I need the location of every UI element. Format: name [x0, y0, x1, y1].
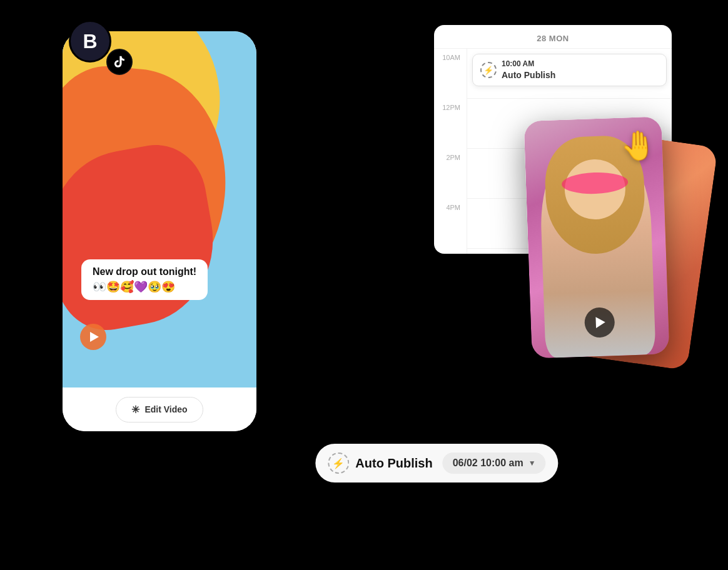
phone-content: New drop out tonight! 👀🤩🥰💜🥹😍	[63, 31, 256, 388]
card-play-triangle-icon	[595, 317, 605, 329]
play-button[interactable]	[80, 324, 106, 350]
play-triangle-icon	[90, 332, 99, 342]
edit-video-label: Edit Video	[144, 404, 187, 414]
time-2pm: 2PM	[434, 154, 467, 204]
pill-left-section: ⚡ Auto Publish	[328, 452, 432, 474]
pill-datetime-button[interactable]: 06/02 10:00 am ▼	[443, 452, 546, 474]
phone-cards-container: 🤚	[528, 119, 690, 381]
time-4pm: 4PM	[434, 204, 467, 254]
pill-label: Auto Publish	[355, 456, 432, 471]
pill-lightning-icon: ⚡	[328, 452, 349, 474]
avatar-letter: B	[83, 30, 97, 53]
event-label: Auto Publish	[502, 70, 555, 80]
event-details: 10:00 AM Auto Publish	[502, 59, 555, 81]
auto-publish-pill: ⚡ Auto Publish 06/02 10:00 am ▼	[315, 444, 558, 482]
time-12pm: 12PM	[434, 104, 467, 154]
pill-datetime-text: 06/02 10:00 am	[453, 458, 523, 469]
tiktok-icon	[113, 55, 126, 69]
caption-emojis: 👀🤩🥰💜🥹😍	[93, 280, 196, 294]
phone-left: New drop out tonight! 👀🤩🥰💜🥹😍 ✳ Edit Vide…	[63, 31, 256, 431]
calendar-event[interactable]: ⚡ 10:00 AM Auto Publish	[472, 54, 667, 86]
pill-chevron-icon: ▼	[528, 459, 536, 468]
caption-text: New drop out tonight!	[93, 266, 196, 277]
edit-sparkle-icon: ✳	[131, 404, 139, 416]
calendar-header: 28 MON	[434, 25, 672, 49]
scene: B New drop out tonight! 👀🤩🥰💜🥹😍	[0, 0, 728, 570]
event-time: 10:00 AM	[502, 59, 555, 68]
avatar-b: B	[69, 20, 111, 62]
calendar-day-label: 28 MON	[447, 34, 659, 43]
time-labels: 10AM 12PM 2PM 4PM	[434, 49, 467, 254]
event-lightning-icon: ⚡	[480, 62, 497, 78]
phone-card-front: 🤚	[523, 116, 669, 358]
edit-video-button[interactable]: ✳ Edit Video	[116, 397, 203, 422]
tiktok-badge	[106, 49, 133, 75]
phone-footer: ✳ Edit Video	[63, 388, 256, 431]
hand-cursor-icon: 🤚	[620, 128, 657, 163]
time-10am: 10AM	[434, 54, 467, 104]
phone-caption: New drop out tonight! 👀🤩🥰💜🥹😍	[81, 259, 208, 300]
